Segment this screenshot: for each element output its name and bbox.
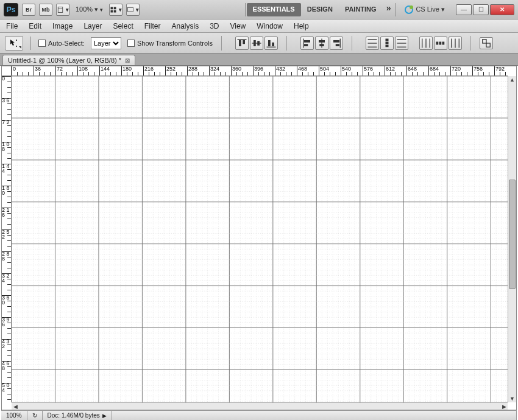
mini-bridge-button[interactable]: Mb [39,4,52,16]
menu-view[interactable]: View [230,22,246,30]
close-tab-icon[interactable]: ⊠ [125,57,130,64]
menu-analysis[interactable]: Analysis [171,22,199,30]
screen-mode-button[interactable] [126,4,140,16]
vertical-ruler[interactable]: 03 67 21 0 81 4 41 8 02 1 62 5 22 8 83 2… [2,76,12,402]
status-doc-text: Doc: 1.46M/0 bytes [48,412,100,419]
distribute-left-button[interactable] [419,37,433,50]
screen-icon [127,6,134,13]
document-tab-title: Untitled-1 @ 100% (Layer 0, RGB/8) * [8,57,121,64]
distribute-bottom-icon [396,37,408,49]
svg-rect-17 [304,40,310,43]
ruler-origin[interactable] [2,66,12,76]
svg-rect-12 [257,41,260,46]
horizontal-scrollbar[interactable]: ◀ ▶ [12,402,508,410]
workspace-tab-painting[interactable]: PAINTING [339,3,383,16]
menu-window[interactable]: Window [257,22,283,30]
workspace-more-button[interactable]: » [383,3,395,16]
distribute-group-2 [419,37,462,50]
svg-rect-24 [336,44,339,46]
workspace-tab-essentials[interactable]: ESSENTIALS [247,3,301,16]
align-group-2 [300,37,343,50]
distribute-vcenter-button[interactable] [380,37,394,50]
svg-rect-15 [272,42,274,46]
align-left-edges-button[interactable] [300,37,314,50]
align-vertical-centers-button[interactable] [250,37,263,50]
move-tool-indicator[interactable] [5,36,23,51]
menu-image[interactable]: Image [52,22,73,30]
svg-rect-23 [333,40,339,43]
workspace-switcher: ESSENTIALS DESIGN PAINTING » [244,3,398,16]
menu-file[interactable]: File [6,22,18,30]
svg-rect-9 [243,40,245,44]
svg-rect-3 [114,7,116,9]
distribute-left-icon [420,37,432,49]
svg-rect-0 [58,7,63,12]
show-transform-checkbox[interactable]: Show Transform Controls [127,40,213,47]
menu-filter[interactable]: Filter [144,22,161,30]
menu-bar: File Edit Image Layer Select Filter Anal… [0,19,518,33]
canvas[interactable] [12,76,508,402]
scroll-thumb[interactable] [509,180,516,289]
align-bottom-icon [265,37,277,49]
distribute-hcenter-icon [435,37,447,49]
auto-select-label: Auto-Select: [48,40,85,47]
minimize-button[interactable]: — [456,4,472,15]
maximize-button[interactable]: ☐ [473,4,489,15]
auto-align-icon [480,37,492,49]
scroll-left-arrow-icon[interactable]: ◀ [12,403,19,410]
svg-rect-4 [111,10,113,12]
scroll-right-arrow-icon[interactable]: ▶ [500,403,508,410]
auto-align-button[interactable] [480,37,493,49]
svg-rect-18 [304,44,308,46]
svg-rect-39 [442,41,445,44]
cs-live-icon [405,5,413,14]
application-bar: Ps Br Mb 100% ▾ ESSENTIALS DESIGN PAINTI… [0,0,518,19]
distribute-vcenter-icon [381,37,393,49]
svg-rect-30 [386,44,389,47]
align-right-edges-button[interactable] [330,37,343,50]
scroll-down-arrow-icon[interactable]: ▼ [508,395,516,402]
menu-layer[interactable]: Layer [83,22,102,30]
align-group-1 [235,37,278,50]
align-horizontal-centers-button[interactable] [315,37,328,50]
workspace-tab-design[interactable]: DESIGN [301,3,339,16]
menu-help[interactable]: Help [294,22,309,30]
distribute-bottom-button[interactable] [395,37,408,50]
checkbox-icon [38,40,46,47]
distribute-top-icon [366,37,378,49]
distribute-hcenter-button[interactable] [434,37,447,50]
arrange-documents-button[interactable] [109,4,122,16]
svg-rect-2 [111,7,113,9]
status-zoom[interactable]: 100% [1,411,27,420]
svg-rect-37 [436,41,439,44]
svg-rect-38 [439,41,442,44]
distribute-top-button[interactable] [366,37,379,50]
app-logo: Ps [4,3,18,16]
scroll-up-arrow-icon[interactable]: ▲ [508,76,516,83]
svg-rect-21 [319,44,324,46]
show-transform-label: Show Transform Controls [137,40,213,47]
menu-edit[interactable]: Edit [29,22,41,30]
horizontal-ruler[interactable]: 0367210814418021625228832436039643246850… [12,66,508,76]
move-tool-icon [9,38,19,48]
document-tab[interactable]: Untitled-1 @ 100% (Layer 0, RGB/8) * ⊠ [2,55,135,65]
vertical-scrollbar[interactable]: ▲ ▼ [508,76,516,402]
align-top-edges-button[interactable] [235,37,249,50]
window-controls: — ☐ ✕ [456,4,514,15]
view-extras-button[interactable] [56,4,69,16]
bridge-button[interactable]: Br [22,4,35,16]
auto-select-target-dropdown[interactable]: Layer [91,37,121,49]
auto-select-checkbox[interactable]: Auto-Select: [38,40,85,47]
align-bottom-edges-button[interactable] [264,37,278,50]
close-button[interactable]: ✕ [490,4,514,15]
distribute-right-button[interactable] [449,37,462,50]
menu-3d[interactable]: 3D [210,22,219,30]
grid-icon [110,6,117,13]
svg-rect-20 [319,40,325,43]
status-doc-info[interactable]: Doc: 1.46M/0 bytes ▶ [43,411,112,420]
status-sync-icon[interactable]: ↻ [27,411,43,420]
menu-select[interactable]: Select [113,22,133,30]
cs-live-button[interactable]: CS Live ▾ [401,5,449,14]
zoom-level-dropdown[interactable]: 100% ▾ [73,5,105,13]
document-tab-bar: Untitled-1 @ 100% (Layer 0, RGB/8) * ⊠ [0,54,518,66]
